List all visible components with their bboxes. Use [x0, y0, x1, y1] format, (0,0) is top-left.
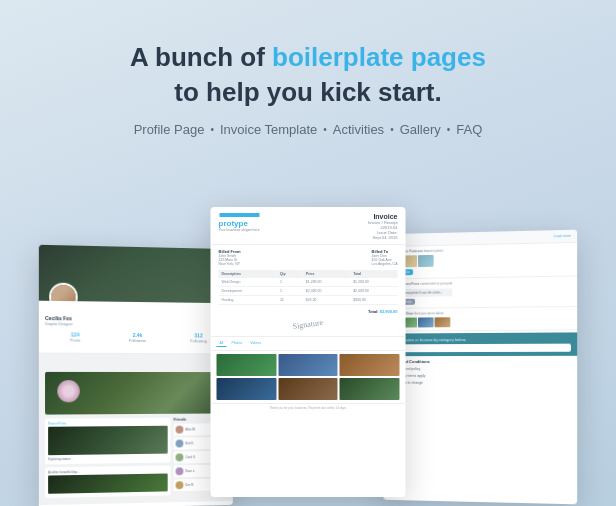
- invoice-total: Total: $3,900.00: [219, 309, 398, 314]
- tc-item-1: No refund policy: [389, 366, 571, 371]
- nav-links: Profile Page • Invoice Template • Activi…: [134, 122, 483, 137]
- invoice-to: Billed To Jane Doe 456 Oak Ave Los Angel…: [372, 249, 398, 266]
- dot-4: •: [447, 124, 451, 135]
- terms-section: Terms and Conditions No refund policy Pr…: [383, 356, 577, 391]
- headline-text: A bunch of boilerplate pages: [130, 40, 486, 75]
- gallery-section: All Photos Videos: [211, 336, 406, 403]
- gallery-grid: [211, 351, 406, 403]
- table-row: Web Design1$1,200.00$1,200.00: [219, 278, 398, 287]
- invoice-signature: Signature: [219, 317, 398, 332]
- nav-faq[interactable]: FAQ: [456, 122, 482, 137]
- invoice-info: Billed From John Smith 123 Main St New Y…: [219, 249, 398, 266]
- profile-stats: 124Posts 2.4kFollowers 312Following: [45, 329, 227, 345]
- act-text: Mason Perez commented on your post Great…: [401, 282, 452, 305]
- gallery-image: [340, 354, 400, 376]
- faq-search[interactable]: Search...: [389, 344, 571, 353]
- gallery-image: [278, 378, 338, 400]
- load-more-link[interactable]: Load more: [554, 234, 571, 238]
- table-row: Hosting12$25.00$300.00: [219, 296, 398, 305]
- gallery-tab-photos[interactable]: Photos: [228, 340, 245, 347]
- invoice-logo: protype: [219, 219, 260, 228]
- tc-item-2: Privacy terms apply: [389, 373, 571, 378]
- headline-accent: boilerplate pages: [272, 42, 486, 72]
- gallery-image: [217, 354, 277, 376]
- gallery-tab-videos[interactable]: Videos: [247, 340, 264, 347]
- dot-3: •: [390, 124, 394, 135]
- invoice-title-box: Invoice Invoice / Receipt #2019-04 Issue…: [368, 213, 398, 240]
- act-text: Leon Patterson shared a photo Like: [401, 249, 443, 276]
- activity-item-3: Eli Shaw liked your photo album: [383, 307, 577, 332]
- profile-screen: Cecilia Fox Graphic Designer 124Posts 2.…: [39, 245, 233, 506]
- invoice-screen: protype Your business slogan here Invoic…: [211, 207, 406, 497]
- faq-label: Ask a question or browse by category bel…: [389, 337, 571, 343]
- invoice-tagline: Your business slogan here: [219, 228, 260, 232]
- activity-item-2: Mason Perez commented on your post Great…: [383, 277, 577, 309]
- invoice-header: protype Your business slogan here Invoic…: [211, 207, 406, 245]
- profile-cover-image: [45, 372, 227, 415]
- dot-1: •: [210, 124, 214, 135]
- act-photo: [418, 318, 434, 328]
- invoice-body: Billed From John Smith 123 Main St New Y…: [211, 245, 406, 336]
- invoice-footer: Thank you for your business. Payment due…: [211, 403, 406, 412]
- table-row: Development1$2,400.00$2,400.00: [219, 287, 398, 296]
- profile-body: Recent Posts Exploring nature... Another…: [39, 354, 233, 506]
- act-photo: [418, 255, 434, 267]
- headline-prefix: A bunch of: [130, 42, 272, 72]
- gallery-tab-all[interactable]: All: [217, 340, 227, 347]
- nav-invoice[interactable]: Invoice Template: [220, 122, 317, 137]
- invoice-from: Billed From John Smith 123 Main St New Y…: [219, 249, 241, 266]
- gallery-tabs: All Photos Videos: [211, 337, 406, 351]
- nav-activities[interactable]: Activities: [333, 122, 384, 137]
- activity-screen: Activity Load more Leon Patterson shared…: [383, 230, 577, 505]
- headline-section: A bunch of boilerplate pages to help you…: [130, 40, 486, 110]
- tc-item-3: Subject to change: [389, 380, 571, 385]
- act-text: Eli Shaw liked your photo album: [401, 311, 450, 327]
- screenshots-wrapper: Cecilia Fox Graphic Designer 124Posts 2.…: [20, 167, 596, 487]
- gallery-image: [217, 378, 277, 400]
- activity-item-1: Leon Patterson shared a photo Like: [383, 243, 577, 280]
- dot-2: •: [323, 124, 327, 135]
- act-photo: [435, 318, 451, 328]
- nav-gallery[interactable]: Gallery: [400, 122, 441, 137]
- gallery-image: [278, 354, 338, 376]
- gallery-image: [340, 378, 400, 400]
- invoice-table: Description Qty Price Total Web Design1$…: [219, 270, 398, 305]
- profile-header: [39, 245, 233, 303]
- nav-profile[interactable]: Profile Page: [134, 122, 205, 137]
- faq-section: Ask a question or browse by category bel…: [383, 333, 577, 357]
- headline-suffix: to help you kick start.: [130, 75, 486, 110]
- tc-title: Terms and Conditions: [389, 359, 571, 364]
